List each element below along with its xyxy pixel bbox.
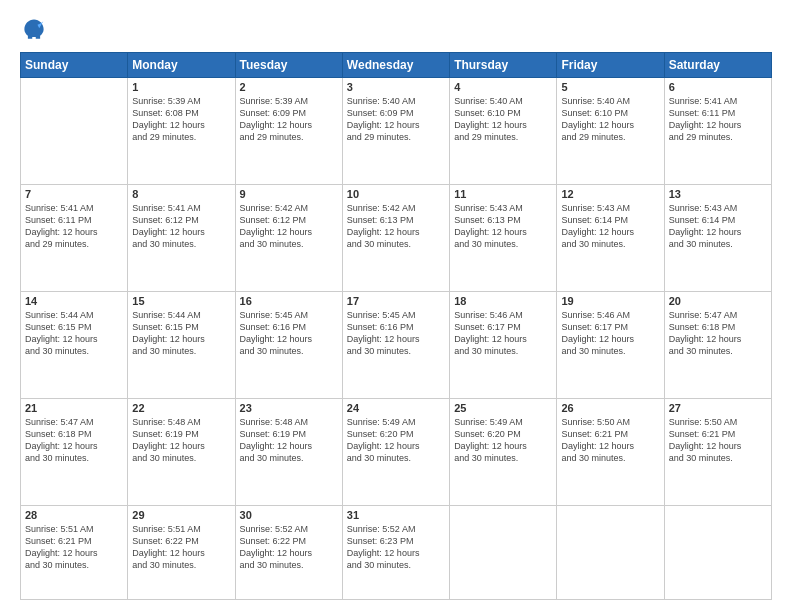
day-info: Sunrise: 5:39 AMSunset: 6:08 PMDaylight:… bbox=[132, 95, 230, 144]
day-number: 1 bbox=[132, 81, 230, 93]
calendar-cell: 17Sunrise: 5:45 AMSunset: 6:16 PMDayligh… bbox=[342, 291, 449, 398]
day-info: Sunrise: 5:41 AMSunset: 6:12 PMDaylight:… bbox=[132, 202, 230, 251]
calendar-cell: 26Sunrise: 5:50 AMSunset: 6:21 PMDayligh… bbox=[557, 398, 664, 505]
calendar-cell: 12Sunrise: 5:43 AMSunset: 6:14 PMDayligh… bbox=[557, 184, 664, 291]
calendar-cell: 25Sunrise: 5:49 AMSunset: 6:20 PMDayligh… bbox=[450, 398, 557, 505]
calendar-cell: 22Sunrise: 5:48 AMSunset: 6:19 PMDayligh… bbox=[128, 398, 235, 505]
week-row-5: 28Sunrise: 5:51 AMSunset: 6:21 PMDayligh… bbox=[21, 505, 772, 599]
day-number: 20 bbox=[669, 295, 767, 307]
day-number: 16 bbox=[240, 295, 338, 307]
day-number: 13 bbox=[669, 188, 767, 200]
day-number: 9 bbox=[240, 188, 338, 200]
calendar-cell: 4Sunrise: 5:40 AMSunset: 6:10 PMDaylight… bbox=[450, 78, 557, 185]
day-number: 22 bbox=[132, 402, 230, 414]
weekday-monday: Monday bbox=[128, 53, 235, 78]
day-number: 21 bbox=[25, 402, 123, 414]
calendar-cell: 13Sunrise: 5:43 AMSunset: 6:14 PMDayligh… bbox=[664, 184, 771, 291]
day-number: 3 bbox=[347, 81, 445, 93]
day-number: 12 bbox=[561, 188, 659, 200]
day-info: Sunrise: 5:45 AMSunset: 6:16 PMDaylight:… bbox=[240, 309, 338, 358]
header bbox=[20, 16, 772, 44]
calendar-cell: 3Sunrise: 5:40 AMSunset: 6:09 PMDaylight… bbox=[342, 78, 449, 185]
calendar-cell: 5Sunrise: 5:40 AMSunset: 6:10 PMDaylight… bbox=[557, 78, 664, 185]
day-info: Sunrise: 5:40 AMSunset: 6:10 PMDaylight:… bbox=[561, 95, 659, 144]
calendar-cell: 19Sunrise: 5:46 AMSunset: 6:17 PMDayligh… bbox=[557, 291, 664, 398]
day-number: 15 bbox=[132, 295, 230, 307]
calendar-cell: 24Sunrise: 5:49 AMSunset: 6:20 PMDayligh… bbox=[342, 398, 449, 505]
day-info: Sunrise: 5:44 AMSunset: 6:15 PMDaylight:… bbox=[25, 309, 123, 358]
day-info: Sunrise: 5:45 AMSunset: 6:16 PMDaylight:… bbox=[347, 309, 445, 358]
logo bbox=[20, 16, 52, 44]
day-info: Sunrise: 5:46 AMSunset: 6:17 PMDaylight:… bbox=[454, 309, 552, 358]
weekday-saturday: Saturday bbox=[664, 53, 771, 78]
day-number: 29 bbox=[132, 509, 230, 521]
day-number: 14 bbox=[25, 295, 123, 307]
day-info: Sunrise: 5:40 AMSunset: 6:10 PMDaylight:… bbox=[454, 95, 552, 144]
day-info: Sunrise: 5:48 AMSunset: 6:19 PMDaylight:… bbox=[240, 416, 338, 465]
calendar-cell: 20Sunrise: 5:47 AMSunset: 6:18 PMDayligh… bbox=[664, 291, 771, 398]
day-number: 27 bbox=[669, 402, 767, 414]
day-info: Sunrise: 5:51 AMSunset: 6:21 PMDaylight:… bbox=[25, 523, 123, 572]
week-row-3: 14Sunrise: 5:44 AMSunset: 6:15 PMDayligh… bbox=[21, 291, 772, 398]
calendar-cell: 7Sunrise: 5:41 AMSunset: 6:11 PMDaylight… bbox=[21, 184, 128, 291]
calendar-cell bbox=[557, 505, 664, 599]
day-number: 24 bbox=[347, 402, 445, 414]
calendar-cell: 9Sunrise: 5:42 AMSunset: 6:12 PMDaylight… bbox=[235, 184, 342, 291]
day-number: 8 bbox=[132, 188, 230, 200]
calendar-cell: 11Sunrise: 5:43 AMSunset: 6:13 PMDayligh… bbox=[450, 184, 557, 291]
calendar-cell: 15Sunrise: 5:44 AMSunset: 6:15 PMDayligh… bbox=[128, 291, 235, 398]
day-number: 19 bbox=[561, 295, 659, 307]
calendar-cell bbox=[450, 505, 557, 599]
day-number: 17 bbox=[347, 295, 445, 307]
weekday-wednesday: Wednesday bbox=[342, 53, 449, 78]
calendar-cell: 27Sunrise: 5:50 AMSunset: 6:21 PMDayligh… bbox=[664, 398, 771, 505]
day-info: Sunrise: 5:41 AMSunset: 6:11 PMDaylight:… bbox=[25, 202, 123, 251]
day-info: Sunrise: 5:46 AMSunset: 6:17 PMDaylight:… bbox=[561, 309, 659, 358]
day-info: Sunrise: 5:52 AMSunset: 6:23 PMDaylight:… bbox=[347, 523, 445, 572]
day-number: 5 bbox=[561, 81, 659, 93]
logo-icon bbox=[20, 16, 48, 44]
week-row-4: 21Sunrise: 5:47 AMSunset: 6:18 PMDayligh… bbox=[21, 398, 772, 505]
day-number: 26 bbox=[561, 402, 659, 414]
day-info: Sunrise: 5:52 AMSunset: 6:22 PMDaylight:… bbox=[240, 523, 338, 572]
day-info: Sunrise: 5:41 AMSunset: 6:11 PMDaylight:… bbox=[669, 95, 767, 144]
calendar-cell: 31Sunrise: 5:52 AMSunset: 6:23 PMDayligh… bbox=[342, 505, 449, 599]
day-info: Sunrise: 5:51 AMSunset: 6:22 PMDaylight:… bbox=[132, 523, 230, 572]
day-info: Sunrise: 5:39 AMSunset: 6:09 PMDaylight:… bbox=[240, 95, 338, 144]
day-number: 30 bbox=[240, 509, 338, 521]
day-info: Sunrise: 5:50 AMSunset: 6:21 PMDaylight:… bbox=[561, 416, 659, 465]
calendar-cell: 21Sunrise: 5:47 AMSunset: 6:18 PMDayligh… bbox=[21, 398, 128, 505]
weekday-tuesday: Tuesday bbox=[235, 53, 342, 78]
day-info: Sunrise: 5:42 AMSunset: 6:13 PMDaylight:… bbox=[347, 202, 445, 251]
calendar-cell: 29Sunrise: 5:51 AMSunset: 6:22 PMDayligh… bbox=[128, 505, 235, 599]
day-number: 7 bbox=[25, 188, 123, 200]
calendar-cell: 23Sunrise: 5:48 AMSunset: 6:19 PMDayligh… bbox=[235, 398, 342, 505]
page: SundayMondayTuesdayWednesdayThursdayFrid… bbox=[0, 0, 792, 612]
day-number: 31 bbox=[347, 509, 445, 521]
day-info: Sunrise: 5:49 AMSunset: 6:20 PMDaylight:… bbox=[454, 416, 552, 465]
day-info: Sunrise: 5:43 AMSunset: 6:14 PMDaylight:… bbox=[669, 202, 767, 251]
week-row-2: 7Sunrise: 5:41 AMSunset: 6:11 PMDaylight… bbox=[21, 184, 772, 291]
day-number: 2 bbox=[240, 81, 338, 93]
calendar-cell: 1Sunrise: 5:39 AMSunset: 6:08 PMDaylight… bbox=[128, 78, 235, 185]
day-number: 18 bbox=[454, 295, 552, 307]
day-info: Sunrise: 5:42 AMSunset: 6:12 PMDaylight:… bbox=[240, 202, 338, 251]
calendar-cell: 10Sunrise: 5:42 AMSunset: 6:13 PMDayligh… bbox=[342, 184, 449, 291]
day-info: Sunrise: 5:43 AMSunset: 6:13 PMDaylight:… bbox=[454, 202, 552, 251]
day-info: Sunrise: 5:40 AMSunset: 6:09 PMDaylight:… bbox=[347, 95, 445, 144]
day-number: 11 bbox=[454, 188, 552, 200]
calendar-cell: 30Sunrise: 5:52 AMSunset: 6:22 PMDayligh… bbox=[235, 505, 342, 599]
calendar-cell: 16Sunrise: 5:45 AMSunset: 6:16 PMDayligh… bbox=[235, 291, 342, 398]
weekday-thursday: Thursday bbox=[450, 53, 557, 78]
weekday-sunday: Sunday bbox=[21, 53, 128, 78]
day-info: Sunrise: 5:47 AMSunset: 6:18 PMDaylight:… bbox=[25, 416, 123, 465]
day-info: Sunrise: 5:49 AMSunset: 6:20 PMDaylight:… bbox=[347, 416, 445, 465]
day-info: Sunrise: 5:50 AMSunset: 6:21 PMDaylight:… bbox=[669, 416, 767, 465]
day-info: Sunrise: 5:47 AMSunset: 6:18 PMDaylight:… bbox=[669, 309, 767, 358]
weekday-header-row: SundayMondayTuesdayWednesdayThursdayFrid… bbox=[21, 53, 772, 78]
day-number: 28 bbox=[25, 509, 123, 521]
day-number: 25 bbox=[454, 402, 552, 414]
calendar-cell bbox=[664, 505, 771, 599]
calendar-cell bbox=[21, 78, 128, 185]
day-number: 4 bbox=[454, 81, 552, 93]
